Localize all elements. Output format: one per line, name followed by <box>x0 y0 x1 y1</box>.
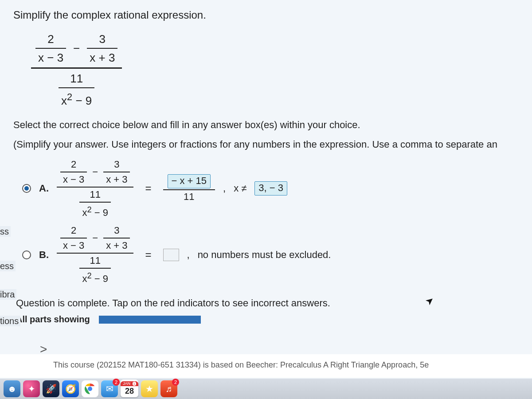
macos-dock: ☻ ✦ 🚀 🧭 ✉ 2 JAN 1 28 ★ ♬ 2 <box>0 379 532 399</box>
sidebar-fragment: ss <box>0 226 11 237</box>
radio-a[interactable] <box>22 184 31 193</box>
sidebar-fragment: ibra <box>0 289 16 300</box>
question-prompt: Simplify the complex rational expression… <box>13 9 528 21</box>
equals-sign-b: = <box>141 249 155 261</box>
equals-sign-a: = <box>141 182 155 195</box>
dock-finder-icon[interactable]: ☻ <box>4 380 20 397</box>
main-expression: 2 x − 3 − 3 x + 3 11 x2 − 9 <box>31 29 528 110</box>
choice-a-label: A. <box>39 183 49 194</box>
fraction-2-over-x-minus-3: 2 x − 3 <box>35 31 66 66</box>
calendar-month-label: JAN 1 <box>121 381 138 386</box>
calendar-day-label: 28 <box>125 386 134 396</box>
choice-a-expression: 2 x − 3 − 3 x + 3 11 <box>57 157 133 220</box>
choice-b-comma: , <box>187 249 190 261</box>
choice-a[interactable]: A. 2 x − 3 − 3 x + 3 <box>22 157 528 220</box>
exclusion-box[interactable]: 3, − 3 <box>254 181 287 196</box>
parts-showing-label: All parts showing <box>16 314 90 325</box>
dock-app-icon[interactable]: ♬ 2 <box>160 380 177 397</box>
choice-b-label: B. <box>39 249 49 261</box>
progress-bar <box>99 316 201 324</box>
fraction-11-over-x2-minus-9: 11 x2 − 9 <box>59 70 94 109</box>
dock-launchpad-icon[interactable]: 🚀 <box>43 380 59 397</box>
answer-box-b[interactable] <box>163 249 179 261</box>
dock-mail-icon[interactable]: ✉ 2 <box>101 380 118 397</box>
instructions-line-1: Select the correct choice below and fill… <box>13 118 528 132</box>
feedback-message: Question is complete. Tap on the red ind… <box>16 297 528 309</box>
dock-chrome-icon[interactable] <box>82 380 98 397</box>
sidebar-fragment: ess <box>0 261 16 271</box>
sidebar-fragment: tions <box>0 316 20 326</box>
x-not-equal-label: x ≠ <box>234 183 246 194</box>
dock-app-icon[interactable]: ★ <box>141 380 158 397</box>
dock-safari-icon[interactable]: 🧭 <box>62 380 79 397</box>
choice-a-comma: , <box>223 183 226 194</box>
fraction-3-over-x-plus-3: 3 x + 3 <box>87 31 117 66</box>
course-info-footer: This course (202152 MAT180-651 31334) is… <box>0 354 532 378</box>
mail-badge: 2 <box>113 379 120 386</box>
radio-b[interactable] <box>22 250 31 259</box>
app-badge: 2 <box>172 379 179 386</box>
dock-app-icon[interactable]: ✦ <box>23 380 40 397</box>
answer-numerator-box[interactable]: − x + 15 <box>168 174 211 188</box>
minus-operator: − <box>70 42 82 55</box>
answer-fraction-a: − x + 15 11 <box>163 173 215 203</box>
choice-b[interactable]: B. 2 x − 3 − 3 x + 3 <box>22 223 528 286</box>
dock-calendar-icon[interactable]: JAN 1 28 <box>121 379 138 397</box>
instructions-line-2: (Simplify your answer. Use integers or f… <box>13 138 528 151</box>
svg-point-1 <box>88 387 92 391</box>
choice-b-expression: 2 x − 3 − 3 x + 3 11 <box>57 223 133 286</box>
choice-b-exclusion-text: no numbers must be excluded. <box>198 249 331 261</box>
